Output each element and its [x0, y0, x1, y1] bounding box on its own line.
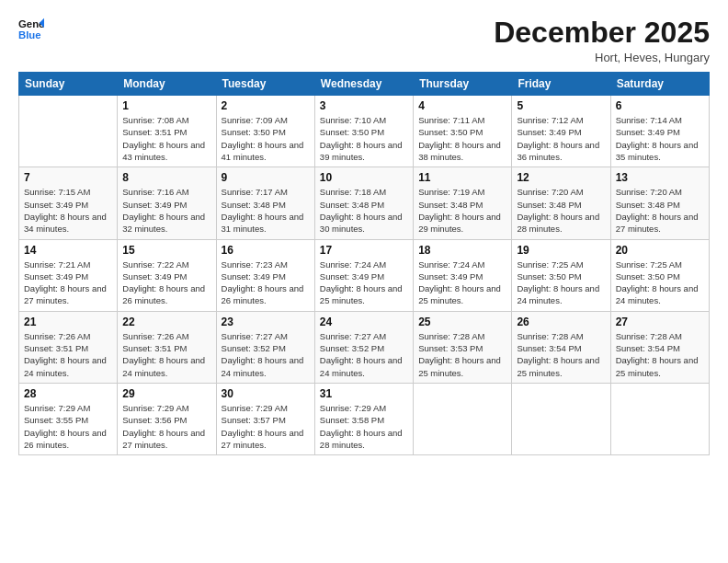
daylight-text: Daylight: 8 hours and 43 minutes. [122, 140, 205, 162]
daylight-text: Daylight: 8 hours and 24 minutes. [517, 283, 599, 305]
header-monday: Monday [118, 73, 216, 96]
day-number: 8 [122, 171, 210, 184]
cell-w1-d2: 1 Sunrise: 7:08 AM Sunset: 3:51 PM Dayli… [118, 96, 216, 167]
sunset-text: Sunset: 3:49 PM [616, 127, 680, 137]
sunset-text: Sunset: 3:48 PM [517, 200, 581, 210]
day-number: 7 [24, 171, 112, 184]
sunrise-text: Sunrise: 7:27 AM [320, 331, 386, 341]
cell-w1-d6: 5 Sunrise: 7:12 AM Sunset: 3:49 PM Dayli… [512, 96, 610, 167]
cell-w4-d6: 26 Sunrise: 7:28 AM Sunset: 3:54 PM Dayl… [512, 311, 610, 383]
day-number: 17 [320, 244, 408, 257]
cell-w1-d3: 2 Sunrise: 7:09 AM Sunset: 3:50 PM Dayli… [216, 96, 314, 167]
sunrise-text: Sunrise: 7:23 AM [222, 259, 288, 270]
cell-w4-d2: 22 Sunrise: 7:26 AM Sunset: 3:51 PM Dayl… [118, 311, 216, 383]
daylight-text: Daylight: 8 hours and 30 minutes. [320, 212, 403, 234]
daylight-text: Daylight: 8 hours and 41 minutes. [222, 140, 304, 162]
logo: General Blue [18, 17, 44, 42]
sunrise-text: Sunrise: 7:27 AM [222, 331, 288, 341]
day-number: 27 [616, 316, 704, 328]
sunrise-text: Sunrise: 7:28 AM [418, 331, 484, 341]
sunset-text: Sunset: 3:52 PM [320, 343, 384, 353]
day-number: 31 [320, 387, 408, 400]
day-number: 25 [418, 316, 506, 328]
sunrise-text: Sunrise: 7:25 AM [517, 259, 583, 270]
cell-w3-d2: 15 Sunrise: 7:22 AM Sunset: 3:49 PM Dayl… [118, 239, 216, 311]
sunset-text: Sunset: 3:50 PM [517, 271, 581, 282]
daylight-text: Daylight: 8 hours and 24 minutes. [222, 355, 304, 377]
svg-text:Blue: Blue [18, 29, 41, 40]
daylight-text: Daylight: 8 hours and 24 minutes. [122, 355, 205, 377]
cell-w1-d4: 3 Sunrise: 7:10 AM Sunset: 3:50 PM Dayli… [314, 96, 413, 167]
daylight-text: Daylight: 8 hours and 29 minutes. [418, 212, 501, 234]
cell-w5-d7 [610, 383, 709, 454]
sunrise-text: Sunrise: 7:10 AM [320, 115, 386, 125]
cell-w3-d6: 19 Sunrise: 7:25 AM Sunset: 3:50 PM Dayl… [512, 239, 610, 311]
day-number: 14 [24, 244, 112, 257]
sunrise-text: Sunrise: 7:26 AM [24, 331, 90, 341]
cell-w5-d3: 30 Sunrise: 7:29 AM Sunset: 3:57 PM Dayl… [216, 383, 314, 454]
day-number: 10 [320, 171, 408, 184]
sunrise-text: Sunrise: 7:28 AM [517, 331, 583, 341]
daylight-text: Daylight: 8 hours and 28 minutes. [320, 428, 403, 450]
sunrise-text: Sunrise: 7:15 AM [24, 187, 90, 197]
daylight-text: Daylight: 8 hours and 27 minutes. [122, 428, 205, 450]
daylight-text: Daylight: 8 hours and 24 minutes. [616, 283, 699, 305]
cell-w5-d1: 28 Sunrise: 7:29 AM Sunset: 3:55 PM Dayl… [19, 383, 118, 454]
daylight-text: Daylight: 8 hours and 25 minutes. [517, 355, 599, 377]
cell-w1-d5: 4 Sunrise: 7:11 AM Sunset: 3:50 PM Dayli… [414, 96, 512, 167]
cell-w3-d4: 17 Sunrise: 7:24 AM Sunset: 3:49 PM Dayl… [314, 239, 413, 311]
daylight-text: Daylight: 8 hours and 25 minutes. [418, 355, 501, 377]
cell-w2-d1: 7 Sunrise: 7:15 AM Sunset: 3:49 PM Dayli… [19, 167, 118, 239]
sunset-text: Sunset: 3:51 PM [24, 343, 88, 353]
daylight-text: Daylight: 8 hours and 25 minutes. [320, 283, 403, 305]
sunrise-text: Sunrise: 7:29 AM [222, 403, 288, 413]
sunset-text: Sunset: 3:51 PM [122, 343, 187, 353]
sunrise-text: Sunrise: 7:22 AM [122, 259, 188, 270]
cell-w1-d7: 6 Sunrise: 7:14 AM Sunset: 3:49 PM Dayli… [610, 96, 709, 167]
header-thursday: Thursday [414, 73, 512, 96]
sunrise-text: Sunrise: 7:14 AM [616, 115, 682, 125]
day-number: 24 [320, 316, 408, 328]
cell-w4-d5: 25 Sunrise: 7:28 AM Sunset: 3:53 PM Dayl… [414, 311, 512, 383]
sunrise-text: Sunrise: 7:28 AM [616, 331, 682, 341]
sunset-text: Sunset: 3:53 PM [418, 343, 483, 353]
cell-w2-d4: 10 Sunrise: 7:18 AM Sunset: 3:48 PM Dayl… [314, 167, 413, 239]
cell-w3-d5: 18 Sunrise: 7:24 AM Sunset: 3:49 PM Dayl… [414, 239, 512, 311]
header-friday: Friday [512, 73, 610, 96]
cell-w3-d1: 14 Sunrise: 7:21 AM Sunset: 3:49 PM Dayl… [19, 239, 118, 311]
sunrise-text: Sunrise: 7:09 AM [222, 115, 288, 125]
day-number: 9 [222, 171, 310, 184]
day-number: 6 [616, 99, 704, 112]
daylight-text: Daylight: 8 hours and 32 minutes. [122, 212, 205, 234]
sunrise-text: Sunrise: 7:25 AM [616, 259, 682, 270]
cell-w2-d6: 12 Sunrise: 7:20 AM Sunset: 3:48 PM Dayl… [512, 167, 610, 239]
page: General Blue December 2025 Hort, Heves, … [0, 0, 728, 563]
day-number: 23 [222, 316, 310, 328]
sunset-text: Sunset: 3:49 PM [24, 271, 88, 282]
sunset-text: Sunset: 3:49 PM [122, 271, 187, 282]
sunrise-text: Sunrise: 7:29 AM [320, 403, 386, 413]
sunrise-text: Sunrise: 7:16 AM [122, 187, 188, 197]
cell-w1-d1 [19, 96, 118, 167]
sunset-text: Sunset: 3:50 PM [616, 271, 680, 282]
month-title: December 2025 [494, 17, 710, 49]
sunrise-text: Sunrise: 7:12 AM [517, 115, 583, 125]
header-tuesday: Tuesday [216, 73, 314, 96]
day-number: 18 [418, 244, 506, 257]
daylight-text: Daylight: 8 hours and 28 minutes. [517, 212, 599, 234]
day-number: 1 [122, 99, 210, 112]
week-row-1: 1 Sunrise: 7:08 AM Sunset: 3:51 PM Dayli… [19, 96, 710, 167]
day-number: 19 [517, 244, 605, 257]
sunset-text: Sunset: 3:52 PM [222, 343, 286, 353]
sunset-text: Sunset: 3:49 PM [122, 200, 187, 210]
svg-text:General: General [18, 18, 44, 29]
cell-w2-d3: 9 Sunrise: 7:17 AM Sunset: 3:48 PM Dayli… [216, 167, 314, 239]
day-number: 22 [122, 316, 210, 328]
daylight-text: Daylight: 8 hours and 27 minutes. [616, 212, 699, 234]
daylight-text: Daylight: 8 hours and 24 minutes. [320, 355, 403, 377]
cell-w4-d4: 24 Sunrise: 7:27 AM Sunset: 3:52 PM Dayl… [314, 311, 413, 383]
sunset-text: Sunset: 3:55 PM [24, 415, 88, 425]
sunset-text: Sunset: 3:56 PM [122, 415, 187, 425]
sunrise-text: Sunrise: 7:11 AM [418, 115, 484, 125]
week-row-3: 14 Sunrise: 7:21 AM Sunset: 3:49 PM Dayl… [19, 239, 710, 311]
